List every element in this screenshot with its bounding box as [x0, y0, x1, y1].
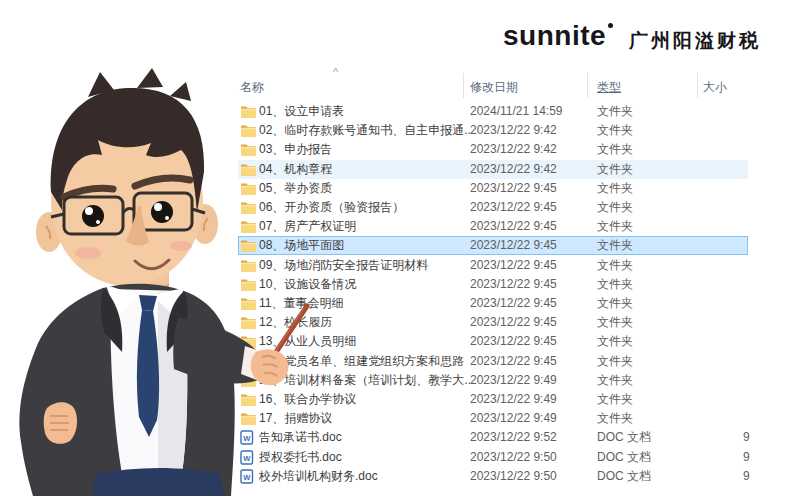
- table-row[interactable]: 06、开办资质（验资报告） 2023/12/22 9:45 文件夹: [238, 198, 748, 217]
- file-date-modified: 2023/12/22 9:45: [470, 332, 557, 351]
- sort-ascending-icon: ^: [333, 66, 338, 78]
- file-type: 文件夹: [597, 275, 633, 294]
- file-name: 13、从业人员明细: [259, 332, 356, 351]
- trademark-dot-icon: [608, 23, 613, 28]
- table-row[interactable]: 16、联合办学协议 2023/12/22 9:49 文件夹: [238, 390, 748, 409]
- tie: [139, 295, 157, 311]
- file-date-modified: 2023/12/22 9:49: [470, 371, 557, 390]
- file-date-modified: 2023/12/22 9:42: [470, 140, 557, 159]
- file-name: 校外培训机构财务.doc: [259, 467, 378, 486]
- file-date-modified: 2023/12/22 9:42: [470, 121, 557, 140]
- column-header-type[interactable]: 类型: [597, 79, 621, 96]
- doc-icon: W: [240, 430, 257, 445]
- column-divider: [587, 73, 588, 98]
- file-list-body: 01、设立申请表 2024/11/21 14:59 文件夹 02、临时存款账号通…: [238, 102, 748, 494]
- svg-text:W: W: [243, 453, 251, 462]
- table-row[interactable]: W 校外培训机构财务.doc 2023/12/22 9:50 DOC 文档 9: [238, 467, 748, 486]
- column-header-name[interactable]: 名称: [240, 79, 264, 96]
- eye: [151, 201, 173, 223]
- table-row[interactable]: 07、房产产权证明 2023/12/22 9:45 文件夹: [238, 217, 748, 236]
- file-name: 12、校长履历: [259, 313, 332, 332]
- file-date-modified: 2023/12/22 9:45: [470, 198, 557, 217]
- file-name: 07、房产产权证明: [259, 217, 356, 236]
- table-row[interactable]: 11、董事会明细 2023/12/22 9:45 文件夹: [238, 294, 748, 313]
- table-row[interactable]: 08、场地平面图 2023/12/22 9:45 文件夹: [238, 236, 748, 255]
- eyebrow: [64, 188, 113, 197]
- brand-logo: sunnite 广州阳溢财税: [503, 20, 761, 54]
- file-type: DOC 文档: [597, 467, 651, 486]
- table-row[interactable]: 15、培训材料备案（培训计划、教学大... 2023/12/22 9:49 文件…: [238, 371, 748, 390]
- file-type: 文件夹: [597, 102, 633, 121]
- file-name: 06、开办资质（验资报告）: [259, 198, 404, 217]
- folder-icon: [240, 334, 257, 349]
- folder-icon: [240, 104, 257, 119]
- file-date-modified: 2023/12/22 9:45: [470, 179, 557, 198]
- folder-icon: [240, 258, 257, 273]
- file-type: 文件夹: [597, 313, 633, 332]
- eye: [82, 205, 104, 227]
- table-row[interactable]: 05、举办资质 2023/12/22 9:45 文件夹: [238, 179, 748, 198]
- folder-icon: [240, 411, 257, 426]
- neck: [121, 262, 169, 304]
- suit-jacket: [19, 284, 234, 496]
- table-row[interactable]: 04、机构章程 2023/12/22 9:42 文件夹: [238, 160, 748, 179]
- file-name: 05、举办资质: [259, 179, 332, 198]
- file-size: 9: [743, 448, 750, 467]
- file-name: 14、党员名单、组建党组织方案和思路: [259, 352, 464, 371]
- file-date-modified: 2023/12/22 9:49: [470, 390, 557, 409]
- shirt: [111, 289, 188, 480]
- file-date-modified: 2023/12/22 9:45: [470, 275, 557, 294]
- column-divider: [697, 73, 698, 98]
- folder-icon: [240, 315, 257, 330]
- table-row[interactable]: 12、校长履历 2023/12/22 9:45 文件夹: [238, 313, 748, 332]
- file-name: 02、临时存款账号通知书、自主申报通...: [259, 121, 474, 140]
- file-date-modified: 2023/12/22 9:49: [470, 409, 557, 428]
- file-date-modified: 2023/12/22 9:45: [470, 236, 557, 255]
- table-row[interactable]: W 授权委托书.doc 2023/12/22 9:50 DOC 文档 9: [238, 448, 748, 467]
- file-type: 文件夹: [597, 390, 633, 409]
- table-row[interactable]: 02、临时存款账号通知书、自主申报通... 2023/12/22 9:42 文件…: [238, 121, 748, 140]
- file-size: 9: [743, 428, 750, 447]
- file-date-modified: 2024/11/21 14:59: [470, 102, 563, 121]
- doc-icon: W: [240, 469, 257, 484]
- company-name: 广州阳溢财税: [629, 28, 761, 54]
- file-type: 文件夹: [597, 198, 633, 217]
- table-row[interactable]: W 告知承诺书.doc 2023/12/22 9:52 DOC 文档 9: [238, 428, 748, 447]
- table-row[interactable]: 03、申办报告 2023/12/22 9:42 文件夹: [238, 140, 748, 159]
- file-type: DOC 文档: [597, 448, 651, 467]
- svg-text:W: W: [243, 473, 251, 482]
- file-size: 9: [743, 467, 750, 486]
- column-header-size[interactable]: 大小: [703, 79, 727, 96]
- file-date-modified: 2023/12/22 9:45: [470, 256, 557, 275]
- folder-icon: [240, 238, 257, 253]
- column-divider: [463, 73, 464, 98]
- file-date-modified: 2023/12/22 9:45: [470, 294, 557, 313]
- folder-icon: [240, 296, 257, 311]
- file-name: 11、董事会明细: [259, 294, 343, 313]
- table-row[interactable]: 10、设施设备情况 2023/12/22 9:45 文件夹: [238, 275, 748, 294]
- file-name: 10、设施设备情况: [259, 275, 356, 294]
- face: [51, 118, 203, 286]
- table-row[interactable]: 09、场地消防安全报告证明材料 2023/12/22 9:45 文件夹: [238, 256, 748, 275]
- folder-icon: [240, 142, 257, 157]
- table-row[interactable]: 14、党员名单、组建党组织方案和思路 2023/12/22 9:45 文件夹: [238, 352, 748, 371]
- table-row[interactable]: 13、从业人员明细 2023/12/22 9:45 文件夹: [238, 332, 748, 351]
- table-row[interactable]: 17、捐赠协议 2023/12/22 9:49 文件夹: [238, 409, 748, 428]
- file-type: 文件夹: [597, 140, 633, 159]
- file-type: 文件夹: [597, 236, 633, 255]
- file-date-modified: 2023/12/22 9:42: [470, 160, 557, 179]
- hand: [44, 402, 77, 444]
- nose: [126, 206, 149, 246]
- table-row[interactable]: 01、设立申请表 2024/11/21 14:59 文件夹: [238, 102, 748, 121]
- file-name: 09、场地消防安全报告证明材料: [259, 256, 428, 275]
- file-type: 文件夹: [597, 352, 633, 371]
- file-type: DOC 文档: [597, 428, 651, 447]
- column-header-date-modified[interactable]: 修改日期: [470, 79, 518, 96]
- file-date-modified: 2023/12/22 9:50: [470, 467, 557, 486]
- ear: [192, 204, 218, 244]
- folder-icon: [240, 181, 257, 196]
- file-type: 文件夹: [597, 409, 633, 428]
- file-type: 文件夹: [597, 294, 633, 313]
- file-date-modified: 2023/12/22 9:45: [470, 313, 557, 332]
- hair: [51, 88, 204, 212]
